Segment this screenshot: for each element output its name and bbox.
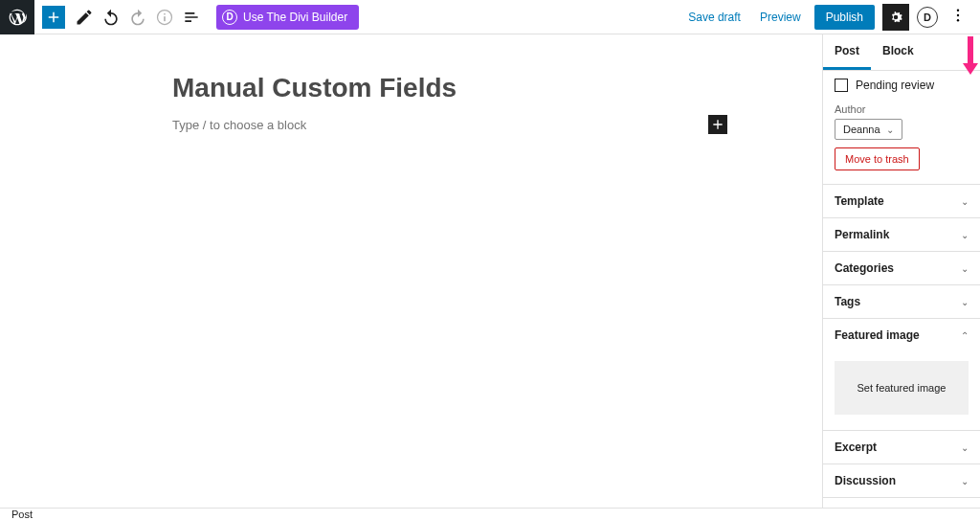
set-featured-image-button[interactable]: Set featured image	[835, 361, 969, 415]
author-select[interactable]: Deanna ⌄	[835, 119, 902, 140]
tab-post[interactable]: Post	[823, 34, 871, 70]
undo-icon[interactable]	[98, 4, 124, 31]
svg-point-4	[957, 14, 959, 16]
details-icon[interactable]	[151, 4, 178, 31]
chevron-down-icon: ⌄	[961, 263, 969, 274]
panel-discussion[interactable]: Discussion ⌄	[823, 464, 980, 498]
author-label: Author	[823, 100, 980, 119]
panel-excerpt[interactable]: Excerpt ⌄	[823, 431, 980, 464]
add-block-inline-button[interactable]	[708, 115, 727, 134]
sidebar-tabs: Post Block	[823, 34, 980, 71]
divi-button-label: Use The Divi Builder	[243, 11, 347, 24]
svg-rect-2	[164, 16, 166, 21]
edit-mode-icon[interactable]	[71, 4, 98, 31]
options-menu-icon[interactable]	[946, 3, 970, 31]
svg-point-3	[957, 10, 959, 11]
publish-button[interactable]: Publish	[814, 5, 875, 30]
move-to-trash-button[interactable]: Move to trash	[835, 147, 920, 170]
move-to-trash-wrap: Move to trash	[823, 147, 980, 185]
settings-gear-button[interactable]	[882, 4, 909, 31]
main-area: Manual Custom Fields Type / to choose a …	[0, 34, 980, 508]
svg-point-1	[164, 12, 166, 14]
pending-review-label: Pending review	[856, 79, 934, 92]
divi-logo-icon: D	[222, 10, 237, 25]
svg-rect-6	[968, 36, 973, 63]
chevron-down-icon: ⌄	[961, 297, 969, 307]
block-placeholder-text[interactable]: Type / to choose a block	[172, 118, 306, 132]
author-value: Deanna	[843, 124, 880, 135]
redo-icon[interactable]	[124, 4, 151, 31]
featured-image-panel: Set featured image	[823, 361, 980, 431]
panel-permalink[interactable]: Permalink ⌄	[823, 218, 980, 252]
pending-review-row: Pending review	[823, 71, 980, 100]
editor-canvas[interactable]: Manual Custom Fields Type / to choose a …	[0, 34, 822, 508]
chevron-down-icon: ⌄	[961, 196, 969, 207]
chevron-down-icon: ⌄	[886, 124, 894, 135]
panel-tags[interactable]: Tags ⌄	[823, 285, 980, 319]
svg-marker-7	[963, 63, 978, 75]
svg-point-5	[957, 19, 959, 21]
toolbar-left-group: D Use The Divi Builder	[34, 4, 359, 31]
chevron-down-icon: ⌄	[961, 476, 969, 486]
panel-featured-image[interactable]: Featured image ⌃	[823, 319, 980, 351]
top-toolbar: D Use The Divi Builder Save draft Previe…	[0, 0, 980, 34]
list-view-icon[interactable]	[178, 4, 205, 31]
status-bar: Post	[0, 508, 980, 520]
preview-button[interactable]: Preview	[754, 7, 807, 28]
add-block-button[interactable]	[42, 6, 65, 29]
tab-block[interactable]: Block	[871, 34, 925, 70]
post-title[interactable]: Manual Custom Fields	[172, 73, 727, 103]
toolbar-right-group: Save draft Preview Publish D	[682, 3, 980, 31]
chevron-down-icon: ⌄	[961, 230, 969, 240]
annotation-arrow-icon	[963, 36, 978, 78]
use-divi-builder-button[interactable]: D Use The Divi Builder	[216, 5, 359, 30]
wordpress-logo[interactable]	[0, 0, 34, 34]
pending-review-checkbox[interactable]	[835, 79, 848, 92]
panel-categories[interactable]: Categories ⌄	[823, 252, 980, 285]
block-inserter-row: Type / to choose a block	[172, 115, 727, 134]
divi-settings-icon[interactable]: D	[917, 7, 938, 28]
save-draft-button[interactable]: Save draft	[682, 7, 746, 28]
settings-sidebar: Post Block Pending review Author Deanna …	[822, 34, 980, 508]
divi-page-settings-panel: Divi Page Settings ⌃ Page Layout: Right …	[823, 498, 980, 508]
chevron-up-icon: ⌃	[961, 330, 969, 341]
chevron-down-icon: ⌄	[961, 442, 969, 453]
panel-template[interactable]: Template ⌄	[823, 185, 980, 218]
status-bar-text: Post	[11, 509, 33, 520]
